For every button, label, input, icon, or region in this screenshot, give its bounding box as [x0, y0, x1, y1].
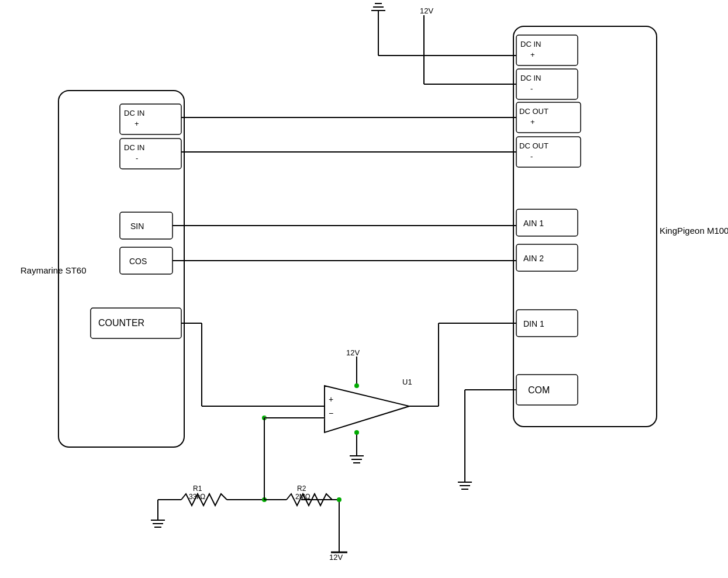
svg-text:-: -: [136, 154, 138, 162]
svg-text:AIN 1: AIN 1: [523, 219, 544, 228]
svg-text:DC IN: DC IN: [124, 109, 144, 117]
right-module-label: KingPigeon M100T: [660, 226, 728, 236]
svg-text:+: +: [134, 119, 139, 128]
svg-text:-: -: [530, 152, 533, 161]
svg-text:DC IN: DC IN: [520, 74, 541, 82]
svg-text:DC OUT: DC OUT: [519, 107, 548, 116]
svg-text:AIN 2: AIN 2: [523, 254, 544, 263]
svg-text:12V: 12V: [346, 348, 360, 357]
svg-point-62: [354, 430, 359, 435]
svg-rect-8: [120, 212, 172, 239]
svg-text:R2: R2: [297, 484, 306, 493]
svg-point-89: [337, 497, 341, 502]
svg-text:12V: 12V: [329, 553, 343, 562]
svg-text:U1: U1: [402, 378, 412, 386]
svg-text:SIN: SIN: [130, 221, 144, 231]
svg-text:+: +: [530, 117, 535, 126]
svg-text:12V: 12V: [420, 6, 433, 15]
svg-text:COM: COM: [528, 385, 550, 395]
svg-text:2MΩ: 2MΩ: [295, 493, 310, 501]
svg-point-59: [354, 383, 359, 388]
svg-text:−: −: [329, 409, 333, 418]
svg-text:DC IN: DC IN: [124, 143, 144, 152]
svg-text:COUNTER: COUNTER: [98, 318, 144, 328]
svg-text:33kΩ: 33kΩ: [189, 493, 205, 501]
svg-text:DIN 1: DIN 1: [523, 319, 544, 328]
schematic-diagram: Raymarine ST60 DC IN + DC IN - SIN COS C…: [0, 0, 728, 578]
svg-text:DC OUT: DC OUT: [519, 141, 548, 150]
svg-text:DC IN: DC IN: [520, 40, 541, 49]
left-module-label: Raymarine ST60: [20, 265, 87, 275]
svg-text:R1: R1: [193, 484, 202, 493]
svg-text:+: +: [530, 50, 535, 59]
svg-text:-: -: [530, 84, 533, 93]
svg-text:COS: COS: [129, 257, 147, 266]
svg-text:+: +: [329, 394, 333, 404]
